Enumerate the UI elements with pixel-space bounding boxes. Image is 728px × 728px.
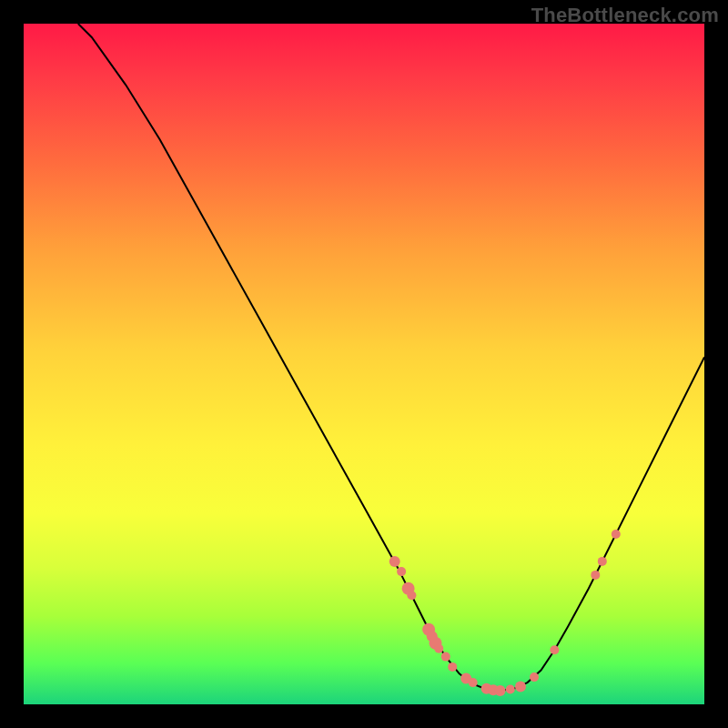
data-marker	[506, 685, 515, 694]
data-marker	[612, 530, 621, 539]
chart-svg	[24, 24, 704, 704]
bottleneck-curve	[78, 24, 704, 691]
data-marker	[550, 645, 559, 654]
data-marker	[530, 672, 539, 682]
data-marker	[598, 557, 607, 566]
data-marker	[515, 682, 526, 693]
data-marker	[434, 644, 443, 653]
data-marker	[407, 591, 416, 600]
data-marker	[495, 685, 506, 696]
data-marker	[397, 567, 406, 576]
marker-group	[389, 530, 621, 696]
data-marker	[469, 678, 478, 687]
data-marker	[389, 556, 400, 567]
data-marker	[448, 662, 457, 672]
data-marker	[591, 571, 600, 580]
data-marker	[441, 652, 450, 662]
